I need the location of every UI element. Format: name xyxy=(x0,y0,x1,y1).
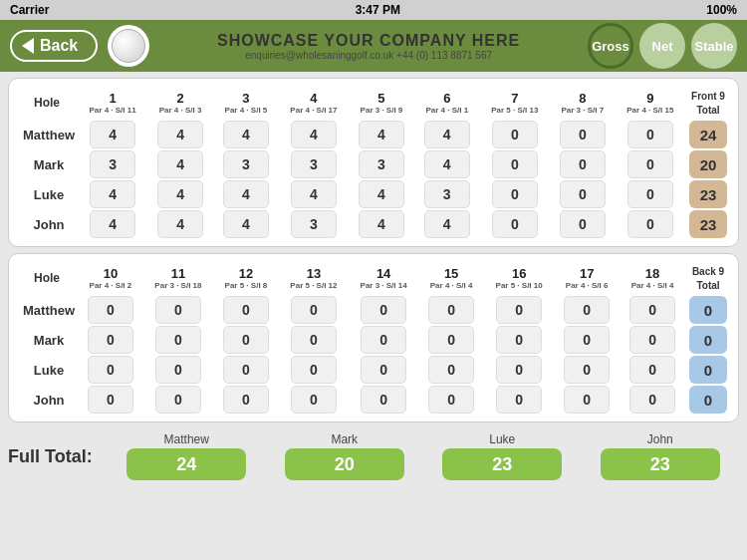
back9-total-john: 0 xyxy=(689,386,727,414)
app-header: Back SHOWCASE YOUR COMPANY HERE enquirie… xyxy=(0,20,747,72)
back9-score-john-hole-13[interactable] xyxy=(291,386,337,414)
back9-score-luke-hole-10[interactable] xyxy=(88,356,133,384)
back9-total-luke: 0 xyxy=(689,356,727,384)
front9-score-john-hole-8[interactable] xyxy=(560,210,606,238)
front9-score-matthew-hole-8[interactable] xyxy=(560,121,606,148)
front9-score-matthew-hole-1[interactable] xyxy=(90,121,135,148)
back9-score-luke-hole-12[interactable] xyxy=(223,356,269,384)
front9-score-mark-hole-6[interactable] xyxy=(424,150,470,178)
back9-score-matthew-hole-11[interactable] xyxy=(155,296,201,324)
back9-section: Hole 10Par 4 · S/I 2 11Par 3 · S/I 18 12… xyxy=(8,253,739,422)
front9-score-mark-hole-9[interactable] xyxy=(627,150,673,178)
back9-score-john-hole-15[interactable] xyxy=(428,386,474,414)
back9-score-matthew-hole-16[interactable] xyxy=(496,296,542,324)
back9-score-luke-hole-13[interactable] xyxy=(291,356,337,384)
back9-score-john-hole-14[interactable] xyxy=(361,386,406,414)
front9-score-matthew-hole-6[interactable] xyxy=(424,121,470,148)
back9-score-luke-hole-14[interactable] xyxy=(361,356,406,384)
front9-score-matthew-hole-4[interactable] xyxy=(291,121,337,148)
front9-score-john-hole-1[interactable] xyxy=(90,210,135,238)
front9-score-luke-hole-1[interactable] xyxy=(90,180,135,208)
back9-score-luke-hole-18[interactable] xyxy=(629,356,675,384)
front9-score-luke-hole-8[interactable] xyxy=(560,180,606,208)
back9-row-mark: Mark0 xyxy=(17,326,730,354)
front9-score-matthew-hole-2[interactable] xyxy=(157,121,203,148)
back9-score-matthew-hole-10[interactable] xyxy=(88,296,133,324)
back9-score-matthew-hole-13[interactable] xyxy=(291,296,337,324)
back9-score-mark-hole-12[interactable] xyxy=(223,326,269,354)
front9-hole-6-sub: Par 4 · S/I 1 xyxy=(416,106,478,115)
back9-score-mark-hole-15[interactable] xyxy=(428,326,474,354)
front9-score-mark-hole-2[interactable] xyxy=(157,150,203,178)
back9-score-mark-hole-18[interactable] xyxy=(629,326,675,354)
back9-score-matthew-hole-14[interactable] xyxy=(361,296,406,324)
back-arrow-icon xyxy=(22,38,34,54)
back9-player-name-mark: Mark xyxy=(17,326,77,354)
front9-score-mark-hole-1[interactable] xyxy=(90,150,135,178)
front9-header-row: Hole 1Par 4 · S/I 11 2Par 4 · S/I 3 3Par… xyxy=(17,87,730,119)
back9-hole-12-num: 12 xyxy=(239,266,253,281)
back9-score-luke-hole-15[interactable] xyxy=(428,356,474,384)
front9-score-luke-hole-6[interactable] xyxy=(424,180,470,208)
front9-table: Hole 1Par 4 · S/I 11 2Par 4 · S/I 3 3Par… xyxy=(15,85,732,240)
front9-score-matthew-hole-7[interactable] xyxy=(492,121,538,148)
back9-score-mark-hole-17[interactable] xyxy=(564,326,610,354)
front9-score-mark-hole-7[interactable] xyxy=(492,150,538,178)
front9-score-mark-hole-8[interactable] xyxy=(560,150,606,178)
back9-score-matthew-hole-18[interactable] xyxy=(629,296,675,324)
front9-score-mark-hole-5[interactable] xyxy=(359,150,404,178)
front9-score-luke-hole-9[interactable] xyxy=(627,180,673,208)
back9-score-john-hole-18[interactable] xyxy=(629,386,675,414)
front9-score-matthew-hole-3[interactable] xyxy=(223,121,269,148)
back9-row-john: John0 xyxy=(17,386,730,414)
back9-score-mark-hole-13[interactable] xyxy=(291,326,337,354)
back-button[interactable]: Back xyxy=(10,30,98,62)
stable-mode-button[interactable]: Stable xyxy=(691,23,737,69)
back9-score-john-hole-17[interactable] xyxy=(564,386,610,414)
back9-score-mark-hole-10[interactable] xyxy=(88,326,133,354)
front9-score-john-hole-3[interactable] xyxy=(223,210,269,238)
back9-score-john-hole-11[interactable] xyxy=(155,386,201,414)
front9-score-luke-hole-4[interactable] xyxy=(291,180,337,208)
john-total-group: John 23 xyxy=(582,432,740,480)
front9-total-mark: 20 xyxy=(689,150,727,178)
full-total-footer: Full Total: Matthew 24 Mark 20 Luke 23 J… xyxy=(0,428,747,486)
front9-score-matthew-hole-9[interactable] xyxy=(627,121,673,148)
back9-score-luke-hole-11[interactable] xyxy=(155,356,201,384)
front9-score-luke-hole-3[interactable] xyxy=(223,180,269,208)
matthew-total-group: Matthew 24 xyxy=(108,432,266,480)
front9-score-john-hole-4[interactable] xyxy=(291,210,337,238)
gross-mode-button[interactable]: Gross xyxy=(588,23,633,69)
back9-score-mark-hole-14[interactable] xyxy=(361,326,406,354)
front9-score-luke-hole-5[interactable] xyxy=(359,180,404,208)
back9-score-luke-hole-17[interactable] xyxy=(564,356,610,384)
front9-score-john-hole-5[interactable] xyxy=(359,210,404,238)
front9-score-mark-hole-3[interactable] xyxy=(223,150,269,178)
back9-score-matthew-hole-17[interactable] xyxy=(564,296,610,324)
back9-score-mark-hole-16[interactable] xyxy=(496,326,542,354)
back9-score-luke-hole-16[interactable] xyxy=(496,356,542,384)
back9-score-matthew-hole-15[interactable] xyxy=(428,296,474,324)
front9-score-john-hole-6[interactable] xyxy=(424,210,470,238)
back9-score-john-hole-12[interactable] xyxy=(223,386,269,414)
front9-score-john-hole-9[interactable] xyxy=(627,210,673,238)
front9-score-mark-hole-4[interactable] xyxy=(291,150,337,178)
luke-total-name: Luke xyxy=(489,432,515,446)
company-sub: enquiries@wholesaninggolf.co.uk +44 (0) … xyxy=(159,50,578,61)
front9-hole-3-sub: Par 4 · S/I 5 xyxy=(215,106,277,115)
back9-row-matthew: Matthew0 xyxy=(17,296,730,324)
front9-score-luke-hole-2[interactable] xyxy=(157,180,203,208)
back9-score-matthew-hole-12[interactable] xyxy=(223,296,269,324)
back9-score-john-hole-10[interactable] xyxy=(88,386,133,414)
net-mode-button[interactable]: Net xyxy=(639,23,685,69)
back9-total-header: Back 9Total xyxy=(692,266,724,291)
front9-section: Hole 1Par 4 · S/I 11 2Par 4 · S/I 3 3Par… xyxy=(8,78,739,247)
front9-score-luke-hole-7[interactable] xyxy=(492,180,538,208)
front9-score-john-hole-2[interactable] xyxy=(157,210,203,238)
front9-player-name-matthew: Matthew xyxy=(17,121,77,148)
back9-hole-16-num: 16 xyxy=(512,266,526,281)
back9-score-john-hole-16[interactable] xyxy=(496,386,542,414)
back9-score-mark-hole-11[interactable] xyxy=(155,326,201,354)
front9-score-matthew-hole-5[interactable] xyxy=(359,121,404,148)
front9-score-john-hole-7[interactable] xyxy=(492,210,538,238)
